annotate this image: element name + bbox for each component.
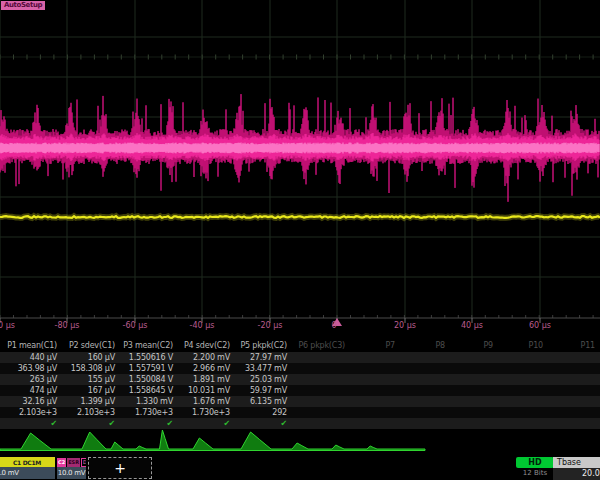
measure-cell: 1.557591 V [120, 363, 178, 374]
measure-cell [400, 396, 450, 407]
measure-column-header[interactable]: P4 sdev(C2) [178, 339, 235, 352]
status-check-icon: ✔ [50, 419, 57, 428]
measure-cell: 1.676 mV [178, 396, 235, 407]
measure-cell [400, 374, 450, 385]
measure-cell [400, 407, 450, 418]
measure-cell: 6.135 mV [235, 396, 292, 407]
measure-cell [450, 385, 498, 396]
channel1-scale: 10.0 mV [0, 467, 55, 479]
time-axis-label: 20 µs [394, 321, 416, 331]
measure-row: 2.103e+32.103e+31.730e+31.730e+3292 [0, 407, 600, 418]
measure-cell: 33.477 mV [235, 363, 292, 374]
add-trace-button[interactable]: + [88, 457, 152, 479]
time-axis-label: 40 µs [461, 321, 483, 331]
measure-column-header[interactable]: P10 [498, 339, 548, 352]
time-axis-labels: -100 µs-80 µs-60 µs-40 µs-20 µs020 µs40 … [0, 321, 600, 332]
measure-cell: 474 µV [0, 385, 62, 396]
measure-column-header[interactable]: P11 [548, 339, 600, 352]
channel2-label: C2 [57, 458, 66, 467]
time-axis-label: -40 µs [190, 321, 215, 331]
measure-cell [350, 352, 400, 363]
plus-icon: + [114, 460, 126, 476]
time-axis-label: -80 µs [55, 321, 80, 331]
measure-column-header[interactable]: P6 pkpk(C3) [292, 339, 350, 352]
measure-cell [450, 363, 498, 374]
measure-column-header[interactable]: P5 pkpk(C2) [235, 339, 292, 352]
green-trace [0, 430, 425, 451]
measure-cell [292, 352, 350, 363]
measure-cell: 292 [235, 407, 292, 418]
time-axis-label: -60 µs [123, 321, 148, 331]
measure-cell [292, 385, 350, 396]
status-check-icon: ✔ [223, 419, 230, 428]
measure-cell [498, 396, 548, 407]
measure-column-header[interactable]: P8 [400, 339, 450, 352]
measure-cell [350, 396, 400, 407]
measure-cell: 1.558645 V [120, 385, 178, 396]
measure-cell: 2.200 mV [178, 352, 235, 363]
timebase-descriptor-box[interactable]: Tbase 20.0 µs/div [553, 457, 600, 480]
oscilloscope-screen: AutoSetup -100 µs-80 µs-60 µs-40 µs-20 µ… [0, 0, 600, 480]
measure-cell [548, 363, 600, 374]
measurement-table: P1 mean(C1)P2 sdev(C1)P3 mean(C2)P4 sdev… [0, 339, 600, 429]
measure-cell [548, 374, 600, 385]
measure-row: 263 µV155 µV1.550084 V1.891 mV25.03 mV [0, 374, 600, 385]
status-check-icon: ✔ [108, 419, 115, 428]
status-check-icon: ✔ [280, 419, 287, 428]
channel1-descriptor-box[interactable]: C1 DC1M 10.0 mV [0, 457, 55, 479]
measure-column-header[interactable]: P2 sdev(C1) [62, 339, 120, 352]
measure-cell: 27.97 mV [235, 352, 292, 363]
measure-cell: 1.399 µV [62, 396, 120, 407]
analysis-trace-display[interactable] [0, 428, 600, 458]
measure-cell [498, 407, 548, 418]
channel1-header: C1 DC1M [0, 457, 55, 467]
measure-cell: 10.031 mV [178, 385, 235, 396]
measure-row: 440 µV160 µV1.550616 V2.200 mV27.97 mV [0, 352, 600, 363]
hd-mode-group[interactable]: HD 12 Bits [513, 457, 557, 478]
channel2-coupling: DC1M [81, 458, 86, 467]
measure-cell [400, 363, 450, 374]
measure-cell [350, 385, 400, 396]
measure-cell [400, 352, 450, 363]
channel2-descriptor-box[interactable]: C2 ESR DC1M 10.0 mV [57, 457, 86, 479]
measure-row: 363.98 µV158.308 µV1.557591 V2.966 mV33.… [0, 363, 600, 374]
measure-cell: 1.330 mV [120, 396, 178, 407]
measure-row: 32.16 µV1.399 µV1.330 mV1.676 mV6.135 mV [0, 396, 600, 407]
measure-column-header[interactable]: P1 mean(C1) [0, 339, 62, 352]
hd-bits-label: 12 Bits [513, 469, 557, 478]
measure-cell [350, 407, 400, 418]
measure-cell [350, 374, 400, 385]
channel1-coupling: DC1M [23, 459, 41, 466]
measure-cell [400, 385, 450, 396]
channel2-header: C2 ESR DC1M [57, 457, 86, 467]
measure-cell: 167 µV [62, 385, 120, 396]
waveform-display[interactable] [0, 0, 600, 332]
measure-cell [498, 385, 548, 396]
measure-cell [498, 352, 548, 363]
measure-cell [450, 374, 498, 385]
measure-cell: 263 µV [0, 374, 62, 385]
channel2-scale: 10.0 mV [57, 467, 86, 479]
measure-column-header[interactable]: P9 [450, 339, 498, 352]
measure-cell: 1.550616 V [120, 352, 178, 363]
measure-cell: 160 µV [62, 352, 120, 363]
measure-cell [292, 363, 350, 374]
measure-cell: 25.03 mV [235, 374, 292, 385]
measure-cell: 440 µV [0, 352, 62, 363]
time-axis-label: -20 µs [258, 321, 283, 331]
channel1-label: C1 [13, 459, 21, 466]
measure-cell [450, 352, 498, 363]
measure-column-header[interactable]: P3 mean(C2) [120, 339, 178, 352]
channel2-esr-tag: ESR [67, 458, 80, 467]
measure-column-header[interactable]: P7 [350, 339, 400, 352]
hd-mode-button[interactable]: HD [516, 457, 554, 468]
timebase-value: 20.0 µs/div [553, 468, 600, 480]
measure-cell [350, 363, 400, 374]
measure-cell: 1.891 mV [178, 374, 235, 385]
measure-header-row: P1 mean(C1)P2 sdev(C1)P3 mean(C2)P4 sdev… [0, 339, 600, 352]
measure-cell: 2.103e+3 [0, 407, 62, 418]
measure-cell [498, 363, 548, 374]
measure-cell [498, 374, 548, 385]
measure-cell [450, 407, 498, 418]
measure-cell: 155 µV [62, 374, 120, 385]
